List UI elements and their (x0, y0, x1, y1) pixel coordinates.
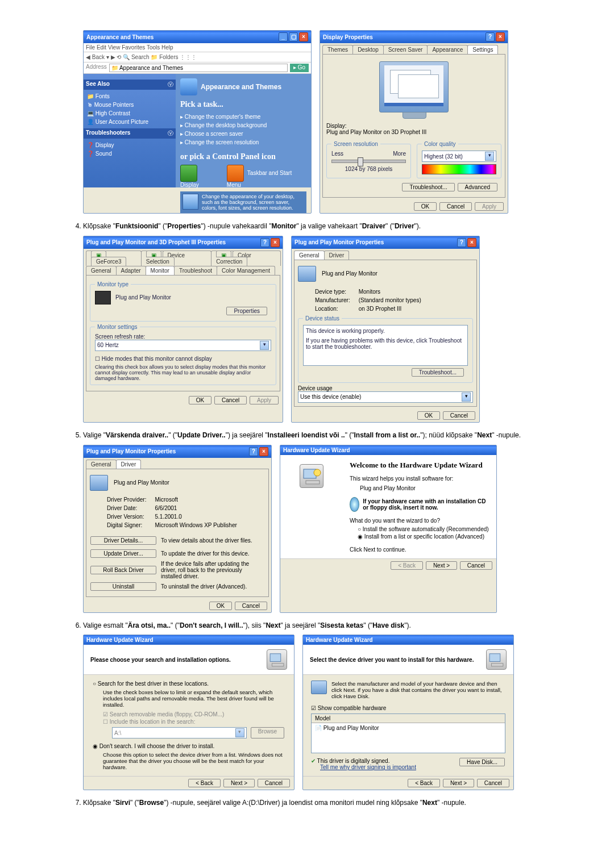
uninstall-button[interactable]: Uninstall (90, 582, 156, 591)
resolution-slider[interactable] (331, 160, 406, 163)
svg-rect-4 (272, 663, 284, 666)
title: Appearance and Themes (86, 34, 154, 40)
troubleshoot-button[interactable]: Troubleshoot... (402, 183, 454, 191)
tab[interactable]: Desktop (352, 45, 384, 54)
display-name: Plug and Play Monitor on 3D Prophet III (326, 129, 501, 135)
apply-button[interactable]: Apply (475, 202, 504, 211)
display-properties: Display Properties ?× Themes Desktop Scr… (320, 30, 508, 214)
rollback-button[interactable]: Roll Back Driver (90, 566, 156, 574)
pnp-driver: Plug and Play Monitor Properties?× Gener… (83, 445, 272, 613)
color-quality-select[interactable]: Highest (32 bit)▾ (422, 151, 496, 162)
tab[interactable]: Screen Saver (383, 45, 428, 54)
toolbar: ◀ Back ▾ ▶ ⟲ 🔍 Search 📁 Folders ⋮⋮⋮ (84, 52, 311, 62)
svg-rect-5 (489, 654, 500, 662)
wizard-icon (486, 649, 507, 670)
sidebar: See Alsoⓥ 📁 Fonts 🖱 Mouse Pointers 💻 Hig… (84, 74, 176, 187)
color-bar (422, 164, 496, 174)
icon-note: Change the appearance of your desktop, s… (202, 194, 304, 211)
resolution-value: 1024 by 768 pixels (331, 166, 406, 172)
tabs: Themes Desktop Screen Saver Appearance S… (320, 43, 508, 54)
close-btn[interactable]: × (496, 32, 505, 41)
signing-link[interactable]: Tell me why driver signing is important (320, 764, 416, 770)
tab-monitor[interactable]: Monitor (146, 266, 175, 275)
wizard-welcome: Hardware Update Wizard Welcome to the Ha… (280, 445, 497, 613)
wizard-select-driver: Hardware Update Wizard Select the device… (302, 635, 514, 790)
min-btn[interactable]: _ (279, 32, 288, 41)
properties-button[interactable]: Properties (226, 307, 267, 315)
device-icon (311, 681, 327, 694)
cancel-button[interactable]: Cancel (460, 561, 492, 570)
cp-icon-taskbar[interactable]: Taskbar and Start Menu (227, 165, 306, 188)
svg-point-2 (314, 469, 321, 476)
tab-settings[interactable]: Settings (467, 45, 498, 54)
chk-removable[interactable]: Search removable media (floppy, CD-ROM..… (103, 711, 285, 717)
step-4: Klõpsake "Funktsioonid" ("Properties") -… (83, 222, 546, 231)
title: Display Properties (323, 34, 373, 40)
refresh-rate-select[interactable]: 60 Hertz▾ (95, 340, 271, 351)
help-btn[interactable]: ? (486, 32, 495, 41)
chk-location[interactable]: Include this location in the search: (103, 719, 285, 725)
pnp-general: Plug and Play Monitor Properties?× Gener… (291, 236, 480, 423)
cp-icon-display[interactable]: Display (180, 165, 219, 188)
monitor-preview (379, 61, 449, 112)
driver-details-button[interactable]: Driver Details... (90, 536, 156, 545)
radio-search[interactable]: Search for the best driver in these loca… (93, 681, 285, 687)
task-pane: Appearance and Themes Pick a task... ▸ C… (176, 74, 311, 187)
wizard-search-options: Hardware Update Wizard Please choose you… (83, 635, 294, 790)
max-btn[interactable]: ▢ (289, 32, 298, 41)
pick-task: Pick a task... (180, 100, 306, 109)
update-driver-button[interactable]: Update Driver... (90, 549, 156, 558)
menubar: File Edit View Favorites Tools Help (84, 43, 311, 52)
monitor-3d-properties: Plug and Play Monitor and 3D Prophet III… (83, 236, 283, 423)
tab-driver[interactable]: Driver (116, 460, 142, 469)
have-disk-button[interactable]: Have Disk... (459, 758, 505, 766)
task[interactable]: ▸ Change the desktop background (180, 121, 306, 130)
monitor-icon (298, 266, 316, 282)
svg-rect-3 (270, 654, 281, 662)
browse-button[interactable]: Browse (251, 727, 284, 738)
model-list[interactable]: 📄 Plug and Play Monitor (312, 723, 505, 753)
or-pick: or pick a Control Panel icon (180, 152, 306, 161)
cancel-button[interactable]: Cancel (439, 202, 472, 211)
task[interactable]: ▸ Change the computer's theme (180, 112, 306, 121)
hide-modes-checkbox[interactable]: Hide modes that this monitor cannot disp… (95, 356, 271, 362)
device-usage-select[interactable]: Use this device (enable)▾ (298, 391, 473, 403)
tab[interactable]: Themes (322, 45, 353, 54)
step-5: Valige "Värskenda draiver.." ("Update Dr… (83, 431, 546, 440)
next-button[interactable]: Next > (426, 561, 457, 570)
wizard-icon (300, 464, 323, 488)
tab[interactable]: Appearance (427, 45, 468, 54)
path-input[interactable]: A:\▾ (112, 727, 247, 738)
radio-auto[interactable]: Install the software automatically (Reco… (358, 526, 489, 532)
close-btn[interactable]: × (299, 32, 308, 41)
titlebar: Appearance and Themes _▢× (84, 31, 311, 43)
addressbar: Address 📁 Appearance and Themes▸ Go (84, 62, 311, 74)
radio-dont-search[interactable]: Don't search. I will choose the driver t… (93, 743, 285, 749)
step-6: Valige esmalt "Ära otsi, ma.." ("Don't s… (83, 621, 546, 631)
svg-rect-1 (306, 481, 320, 484)
display-label: Display: (326, 123, 501, 129)
troubleshoot-button[interactable]: Troubleshoot... (412, 368, 464, 377)
step-7: Klõpsake "Sirvi" ("Browse") -nupule, see… (83, 798, 546, 808)
ok-button[interactable]: OK (414, 202, 437, 211)
advanced-button[interactable]: Advanced (458, 183, 497, 191)
task[interactable]: ▸ Change the screen resolution (180, 138, 306, 147)
xp-control-panel: Appearance and Themes _▢× File Edit View… (83, 30, 312, 214)
svg-rect-6 (492, 663, 503, 666)
wizard-icon (267, 649, 287, 670)
back-button[interactable]: < Back (391, 561, 423, 570)
cd-icon (350, 497, 359, 512)
radio-list[interactable]: Install from a list or specific location… (358, 533, 489, 540)
show-compatible-checkbox[interactable]: Show compatible hardware (311, 705, 505, 711)
task[interactable]: ▸ Choose a screen saver (180, 130, 306, 138)
